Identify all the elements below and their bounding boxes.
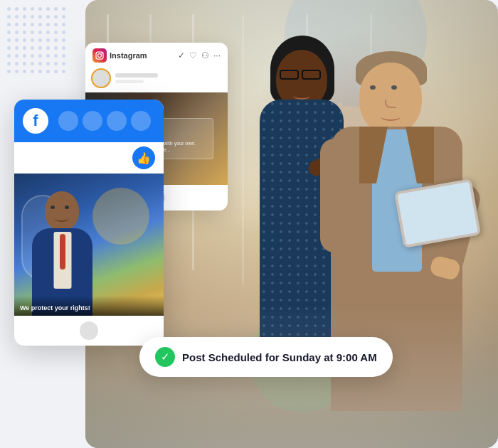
instagram-more-icon: ··· <box>213 50 221 60</box>
facebook-card: f 👍 <box>14 100 164 346</box>
facebook-post-image: We protect your rights! <box>14 174 164 316</box>
facebook-like-button[interactable]: 👍 <box>132 146 155 169</box>
instagram-logo: Instagram <box>92 48 174 63</box>
fb-person-tie <box>60 234 65 270</box>
facebook-avatar-bar <box>14 316 164 346</box>
check-symbol: ✓ <box>161 351 170 363</box>
instagram-profile-row <box>85 68 228 92</box>
instagram-person-icon: ⚇ <box>201 50 209 60</box>
fb-dot-2 <box>83 111 102 131</box>
ig-profile-handle-bar <box>115 80 144 83</box>
man-smile <box>381 112 401 121</box>
man-arm-left <box>320 139 349 252</box>
svg-point-2 <box>101 53 102 54</box>
glass-panel-4 <box>242 14 244 284</box>
toast-notification: ✓ Post Scheduled for Sunday at 9:00 AM <box>139 337 393 377</box>
fb-dot-3 <box>107 111 127 131</box>
man-nose <box>385 100 396 108</box>
instagram-action-icons: ✓ ♡ ⚇ ··· <box>178 50 221 60</box>
fb-dot-4 <box>131 111 151 131</box>
toast-checkmark-icon: ✓ <box>155 347 175 367</box>
facebook-like-area: 👍 <box>14 142 164 174</box>
dot-grid-decoration: const grid = document.querySelector('.do… <box>7 7 64 78</box>
instagram-header: Instagram ✓ ♡ ⚇ ··· <box>85 43 228 68</box>
facebook-caption: We protect your rights! <box>14 296 164 316</box>
tablet-screen <box>398 182 478 245</box>
facebook-icon: f <box>23 108 48 134</box>
man-face <box>359 63 422 134</box>
toast-message-text: Post Scheduled for Sunday at 9:00 AM <box>182 351 377 363</box>
thumbs-up-icon: 👍 <box>137 151 151 165</box>
fb-dot-1 <box>58 111 78 131</box>
fb-person-smile <box>55 215 69 222</box>
fb-bg-circle <box>92 188 149 245</box>
facebook-header: f <box>14 100 164 142</box>
fb-profile-avatar <box>80 321 98 340</box>
fb-person-eyes <box>51 206 69 209</box>
instagram-check-icon: ✓ <box>178 50 185 60</box>
fb-person-head <box>45 191 79 230</box>
ig-profile-avatar <box>91 68 111 88</box>
ig-profile-name-bar <box>115 73 158 78</box>
facebook-letter: f <box>33 112 38 130</box>
man-eyes <box>370 85 397 90</box>
facebook-caption-text: We protect your rights! <box>20 304 90 311</box>
main-scene: const grid = document.querySelector('.do… <box>0 0 498 448</box>
woman-smile <box>293 92 310 100</box>
woman-glasses <box>280 70 324 81</box>
ig-profile-info <box>115 73 222 83</box>
instagram-icon <box>92 48 107 63</box>
facebook-dots-row <box>54 111 155 131</box>
instagram-name: Instagram <box>110 51 147 60</box>
instagram-heart-icon: ♡ <box>189 50 197 60</box>
svg-point-1 <box>98 54 102 58</box>
